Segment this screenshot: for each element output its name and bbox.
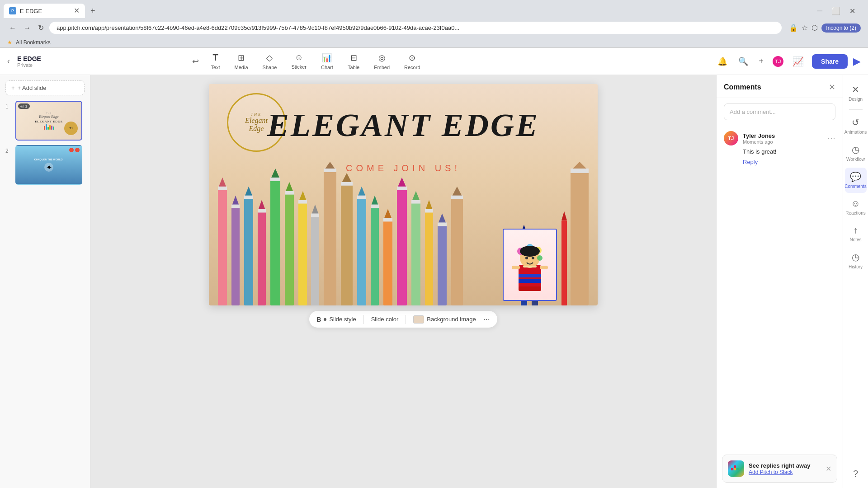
sidebar-item-workflow[interactable]: ◷ Workflow: [845, 141, 867, 166]
sidebar-item-notes[interactable]: ↑ Notes: [845, 221, 867, 246]
slide-color-button[interactable]: Slide color: [371, 316, 399, 323]
character-illustration: [504, 230, 556, 300]
comment-input[interactable]: Add a comment...: [724, 103, 835, 120]
record-tool-label: Record: [404, 65, 420, 70]
tool-media[interactable]: ⊞ Media: [228, 49, 255, 74]
sidebar-item-help[interactable]: ?: [845, 465, 867, 483]
svg-rect-14: [270, 177, 280, 181]
sidebar-item-history[interactable]: ◷ History: [845, 248, 867, 273]
svg-rect-30: [357, 197, 366, 305]
slack-text-area: See replies right away Add Pitch to Slac…: [749, 462, 821, 475]
slide-number-1: 1: [5, 101, 12, 110]
tool-record[interactable]: ⊙ Record: [398, 49, 426, 74]
add-slide-button[interactable]: + + Add slide: [5, 80, 85, 95]
slide-style-button[interactable]: B Slide style: [316, 316, 356, 323]
add-user-button[interactable]: +: [756, 54, 767, 69]
tool-chart[interactable]: 📊 Chart: [315, 49, 340, 74]
svg-rect-82: [734, 465, 736, 468]
star-icon[interactable]: ☆: [802, 23, 808, 32]
svg-rect-20: [298, 200, 307, 203]
address-input[interactable]: [49, 22, 782, 34]
svg-marker-58: [561, 211, 567, 220]
address-right-controls: 🔒 ☆ ⬡ Incognito (2): [789, 23, 861, 33]
bookmarks-bar: ★ All Bookmarks: [0, 38, 868, 48]
minimize-button[interactable]: ─: [814, 5, 826, 17]
bookmark-star-icon: ★: [7, 39, 12, 46]
slide-bottom-bar: B Slide style Slide color Background ima…: [309, 311, 497, 328]
svg-rect-57: [561, 220, 567, 305]
close-button[interactable]: ✕: [846, 5, 859, 17]
embed-tool-label: Embed: [374, 65, 390, 70]
sidebar-item-animations[interactable]: ↺ Animations: [845, 113, 867, 139]
svg-rect-27: [341, 184, 353, 305]
tab-bar: P E EDGE ✕ + ─ ⬜ ✕: [0, 0, 868, 18]
media-tool-icon: ⊞: [238, 53, 245, 63]
thumb2-icon: ✦: [44, 163, 53, 172]
sidebar-item-reactions[interactable]: ☺ Reactions: [845, 195, 867, 220]
slack-banner-close-button[interactable]: ✕: [826, 465, 831, 473]
maximize-button[interactable]: ⬜: [828, 5, 844, 17]
shield-icon[interactable]: 🔒: [789, 23, 798, 32]
svg-rect-0: [218, 188, 227, 305]
search-button[interactable]: 🔍: [736, 54, 751, 69]
svg-rect-44: [411, 200, 420, 203]
slide-comment-badge: ◎ 1: [18, 103, 30, 109]
browser-chrome: P E EDGE ✕ + ─ ⬜ ✕ ← → ↻ 🔒 ☆ ⬡ Incognito…: [0, 0, 868, 48]
comment-reply-button[interactable]: Reply: [724, 159, 835, 165]
active-tab[interactable]: P E EDGE ✕: [4, 4, 85, 18]
tool-embed[interactable]: ◎ Embed: [368, 49, 396, 74]
undo-button[interactable]: ↩: [189, 53, 203, 70]
tab-close-button[interactable]: ✕: [74, 7, 80, 14]
media-tool-label: Media: [235, 65, 248, 70]
close-comments-button[interactable]: ✕: [829, 82, 835, 92]
text-tool-icon: T: [212, 52, 218, 63]
tool-shape[interactable]: ◇ Shape: [256, 49, 283, 74]
svg-point-68: [537, 255, 542, 261]
svg-rect-3: [231, 206, 240, 305]
more-options-button[interactable]: ···: [483, 314, 490, 324]
tool-text[interactable]: T Text: [204, 49, 226, 74]
thumb2-text: CONQUER THE WORLD!: [34, 158, 63, 161]
record-tool-icon: ⊙: [409, 53, 415, 63]
back-button[interactable]: ←: [7, 22, 18, 34]
forward-button[interactable]: →: [22, 22, 33, 34]
slide-thumb-2[interactable]: CONQUER THE WORLD! ✦: [15, 145, 82, 185]
svg-point-69: [520, 246, 540, 257]
comment-body: This is great!: [724, 148, 835, 155]
extensions-icon[interactable]: ⬡: [811, 23, 818, 32]
sidebar-item-comments[interactable]: 💬 Comments: [845, 168, 867, 193]
bookmarks-label: All Bookmarks: [16, 39, 51, 46]
svg-rect-23: [311, 213, 319, 217]
svg-point-70: [525, 257, 528, 259]
header-right: 🔔 🔍 + TJ 📈 Share ▶: [715, 53, 861, 70]
slide-thumb-1[interactable]: ◎ 1 THE Elegant Edge ELEGANT EDGE: [15, 101, 82, 141]
tool-sticker[interactable]: ☺ Sticker: [285, 49, 313, 73]
play-button[interactable]: ▶: [853, 56, 861, 67]
notes-label: Notes: [849, 237, 861, 243]
tool-table[interactable]: ⊟ Table: [341, 49, 366, 74]
character-svg: [507, 233, 552, 296]
svg-rect-75: [519, 274, 541, 277]
background-image-button[interactable]: Background image: [413, 315, 476, 324]
sidebar-item-design[interactable]: ✕ Design: [845, 80, 867, 106]
character-element[interactable]: [503, 229, 557, 301]
share-button[interactable]: Share: [812, 54, 848, 69]
history-label: History: [849, 264, 863, 270]
slack-banner-link[interactable]: Add Pitch to Slack: [749, 469, 821, 475]
refresh-button[interactable]: ↻: [36, 22, 46, 34]
workflow-icon: ◷: [852, 144, 859, 155]
add-slide-label: + Add slide: [18, 84, 47, 91]
comments-title: Comments: [724, 83, 761, 91]
svg-rect-21: [311, 216, 319, 305]
sidebar-divider-1: [849, 109, 863, 110]
svg-rect-32: [357, 195, 366, 199]
notifications-button[interactable]: 🔔: [715, 54, 730, 69]
analytics-button[interactable]: 📈: [790, 53, 807, 70]
comment-meta: Tyler Jones Moments ago: [743, 132, 823, 145]
svg-rect-8: [244, 195, 253, 199]
tab-title: E EDGE: [20, 8, 70, 14]
comment-more-button[interactable]: ⋯: [827, 133, 835, 143]
slack-banner-title: See replies right away: [749, 462, 821, 469]
back-nav-button[interactable]: ‹: [7, 56, 10, 66]
new-tab-button[interactable]: +: [87, 5, 99, 18]
